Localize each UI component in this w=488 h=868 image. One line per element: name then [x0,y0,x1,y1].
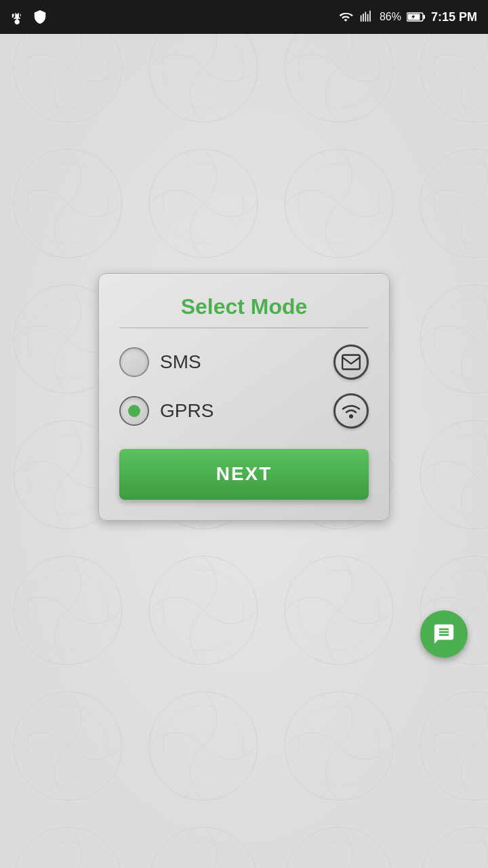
battery-icon [407,11,426,23]
svg-rect-3 [342,355,360,369]
status-bar-right: 86% 7:15 PM [338,10,477,24]
sms-radio-button[interactable] [119,347,149,377]
sms-option[interactable]: SMS [119,344,369,380]
dialog-divider [119,328,369,328]
main-content: Select Mode SMS GPRS [0,34,488,868]
gprs-label: GPRS [160,400,333,422]
wifi-icon [338,10,354,24]
battery-text: 86% [380,11,401,23]
sms-icon-circle [333,344,369,380]
time-display: 7:15 PM [431,10,477,24]
gprs-icon-circle [333,393,369,429]
status-bar-left [11,9,47,24]
sms-label: SMS [160,351,333,373]
chat-icon [432,623,455,646]
shield-icon [33,9,47,24]
gprs-radio-dot [128,405,140,417]
gprs-icon [341,401,361,420]
gprs-radio-button[interactable] [119,396,149,426]
fab-chat-button[interactable] [420,610,468,658]
select-mode-dialog: Select Mode SMS GPRS [98,273,390,521]
dialog-title: Select Mode [119,294,369,319]
signal-icon [359,10,374,24]
gprs-option[interactable]: GPRS [119,393,369,429]
next-button[interactable]: NEXT [119,449,369,500]
svg-rect-1 [423,15,425,19]
svg-point-4 [349,414,353,418]
usb-icon [11,9,26,24]
status-bar: 86% 7:15 PM [0,0,488,34]
envelope-icon [342,354,361,370]
